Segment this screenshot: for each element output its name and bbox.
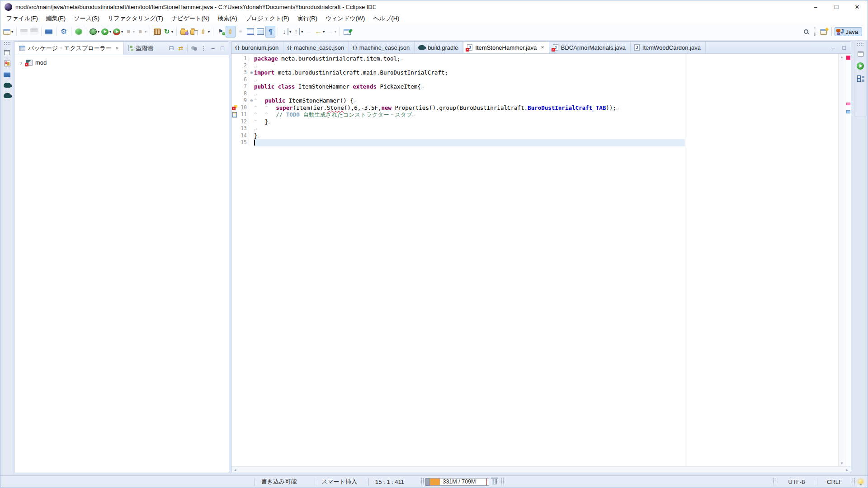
back-button[interactable]: ← ▾	[314, 26, 326, 38]
debug-button[interactable]: ▾	[89, 26, 100, 38]
restore-views-icon[interactable]	[858, 52, 863, 56]
scroll-left-icon[interactable]: ◂	[231, 468, 239, 472]
menu-item[interactable]: プロジェクト(P)	[241, 14, 293, 23]
forward-button[interactable]: → ▾	[326, 26, 337, 38]
scroll-down-icon[interactable]: ▾	[839, 461, 845, 465]
horizontal-scrollbar[interactable]: ◂ ▸	[231, 466, 851, 473]
code-line[interactable]: 10^^super(ItemTier.Stone(),6,-3.5F,new P…	[231, 104, 838, 112]
maximize-view-icon[interactable]: □	[219, 45, 226, 52]
dropdown-arrow-icon[interactable]: ▾	[121, 30, 123, 34]
expand-arrow-icon[interactable]: ›	[19, 59, 24, 66]
filter-icon[interactable]	[191, 46, 197, 51]
new-java-project-button[interactable]	[152, 26, 162, 38]
dropdown-arrow-icon[interactable]: ▾	[289, 30, 291, 34]
code-line[interactable]: 1package meta.burodustinrialcraft.item.t…	[231, 55, 838, 62]
dropdown-arrow-icon[interactable]: ▾	[133, 30, 135, 34]
show-source-button[interactable]	[255, 26, 265, 38]
next-annotation-button[interactable]: ↓ ▾	[280, 26, 292, 38]
open-perspective-button[interactable]	[819, 26, 829, 38]
menu-item[interactable]: ウィンドウ(W)	[321, 14, 369, 23]
tree-item-mod[interactable]: › mod	[16, 58, 227, 67]
menu-item[interactable]: 検索(A)	[213, 14, 241, 23]
launch-view-icon[interactable]	[857, 62, 864, 70]
code-line[interactable]: 6↵	[231, 76, 838, 84]
line-ending-status[interactable]: CRLF	[818, 479, 851, 485]
editor-tab[interactable]: build.gradle	[415, 42, 463, 53]
encoding-status[interactable]: UTF-8	[777, 479, 816, 485]
code-line[interactable]: 12^}↵	[231, 118, 838, 126]
code-line[interactable]: 13↵	[231, 125, 838, 132]
coverage-button[interactable]: ▶ ▾	[112, 26, 124, 38]
line-error-marker[interactable]	[846, 103, 850, 105]
refresh-gradle-button[interactable]: ↻ ▾	[162, 26, 174, 38]
task-marker-icon[interactable]	[232, 112, 237, 117]
strip-grip[interactable]	[4, 42, 10, 45]
collapse-all-icon[interactable]: ⊟	[168, 45, 175, 52]
build-settings-button[interactable]: ⚙	[59, 26, 69, 38]
open-resource-button[interactable]	[189, 26, 199, 38]
editor-tab[interactable]: J BDCArmorMaterials.java	[549, 42, 631, 53]
minimize-button[interactable]: –	[805, 0, 826, 13]
dropdown-arrow-icon[interactable]: ▾	[145, 30, 146, 34]
close-tab-icon[interactable]: ✕	[541, 45, 544, 50]
scroll-right-icon[interactable]: ▸	[844, 468, 851, 472]
gradle-tasks-view-icon[interactable]	[4, 83, 11, 88]
profile-button[interactable]: ■ ▾	[124, 26, 136, 38]
format-source-button[interactable]	[245, 26, 255, 38]
external-tools-button[interactable]: ✳	[236, 26, 245, 38]
gradle-executions-view-icon[interactable]	[4, 93, 11, 98]
code-editor[interactable]: 1package meta.burodustinrialcraft.item.t…	[231, 54, 838, 466]
menu-item[interactable]: ヘルプ(H)	[369, 14, 403, 23]
dropdown-arrow-icon[interactable]: ▾	[323, 30, 325, 34]
garbage-collect-icon[interactable]	[492, 479, 497, 484]
java-perspective-button[interactable]: J Java	[835, 27, 862, 36]
close-view-icon[interactable]: ✕	[115, 46, 119, 51]
minimize-view-icon[interactable]: –	[210, 45, 216, 52]
editor-tab[interactable]: J ItemWoodCardon.java	[631, 42, 706, 53]
menu-item[interactable]: リファクタリング(T)	[104, 14, 167, 23]
search-flashlight-button[interactable]: ✐ ▾	[199, 26, 211, 38]
outline-view-icon[interactable]	[857, 75, 864, 82]
scrollbar-track[interactable]	[239, 467, 844, 473]
save-all-button[interactable]	[29, 26, 39, 38]
save-button[interactable]	[19, 26, 29, 38]
code-line[interactable]: 7public class ItemStoneHammer extends Pi…	[231, 83, 838, 90]
open-console-button[interactable]	[44, 26, 54, 38]
dropdown-arrow-icon[interactable]: ▾	[171, 30, 173, 34]
code-line[interactable]: 9⊖^public ItemStoneHammer() {↵	[231, 97, 838, 104]
strip-grip[interactable]	[857, 43, 863, 46]
code-line[interactable]: 14}↵	[231, 132, 838, 140]
notification-bulb-icon[interactable]	[859, 479, 863, 484]
run-button[interactable]: ▶ ▾	[100, 26, 112, 38]
editor-tab[interactable]: { } machine_case.json	[349, 42, 415, 53]
vertical-scrollbar[interactable]: ▴ ▾	[838, 54, 845, 466]
stop-button[interactable]: ■ ▾	[136, 26, 147, 38]
maximize-editor-icon[interactable]: □	[841, 44, 847, 51]
minimize-editor-icon[interactable]: –	[830, 44, 836, 51]
code-line[interactable]: 15	[231, 139, 838, 146]
tab-type-hierarchy[interactable]: 型階層	[124, 42, 158, 55]
line-task-marker[interactable]	[846, 110, 850, 113]
show-whitespace-button[interactable]: ¶	[265, 26, 275, 38]
editor-tab[interactable]: J ItemStoneHammer.java ✕	[463, 42, 549, 53]
boot-dashboard-button[interactable]	[74, 26, 84, 38]
new-wizard-button[interactable]: ▾	[2, 26, 14, 38]
error-marker-icon[interactable]	[232, 105, 237, 110]
menu-item[interactable]: 編集(E)	[42, 14, 70, 23]
tab-package-explorer[interactable]: パッケージ・エクスプローラー ✕	[14, 42, 124, 55]
open-type-button[interactable]	[179, 26, 189, 38]
menu-item[interactable]: ソース(S)	[70, 14, 104, 23]
error-overview-marker[interactable]	[846, 56, 850, 60]
code-line[interactable]: 8↵	[231, 90, 838, 98]
restore-views-icon[interactable]	[4, 50, 10, 55]
last-edit-location-button[interactable]: ←	[304, 26, 314, 38]
menu-item[interactable]: 実行(R)	[293, 14, 321, 23]
editor-tab[interactable]: { } machine_case.json	[283, 42, 349, 53]
console-view-icon[interactable]	[4, 72, 10, 77]
code-line[interactable]: 3⊕import meta.burodustinrialcraft.main.B…	[231, 69, 838, 76]
code-line[interactable]: 11^^// TODO 自動生成されたコンストラクター・スタブ↵	[231, 111, 838, 118]
editor-tab[interactable]: { } buronium.json	[231, 42, 283, 53]
open-task-button[interactable]: ⚑	[216, 26, 226, 38]
search-icon[interactable]	[801, 26, 811, 37]
fold-marker[interactable]: ⊕	[249, 69, 254, 76]
